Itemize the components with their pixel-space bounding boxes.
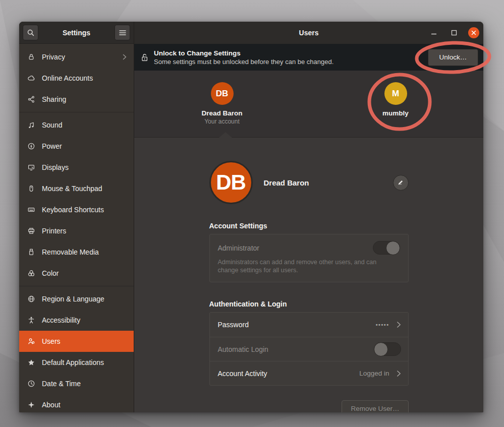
sidebar-item-label: Accessibility [42, 316, 127, 324]
mouse-icon [27, 185, 35, 193]
sidebar-item-accessibility[interactable]: Accessibility [19, 310, 134, 331]
sidebar-item-label: Users [42, 337, 127, 345]
lock-icon [27, 53, 35, 61]
sidebar-item-label: Color [42, 269, 127, 277]
sidebar-item-label: Keyboard Shortcuts [42, 206, 127, 214]
sidebar-item-label: About [42, 401, 127, 409]
sidebar-item-label: Sound [42, 121, 127, 129]
account-settings-heading: Account Settings [209, 222, 409, 230]
sidebar-item-power[interactable]: Power [19, 136, 134, 157]
sidebar-header: Settings [19, 22, 134, 44]
account-activity-label: Account Activity [218, 370, 267, 378]
avatar-dread-baron: DB [211, 82, 234, 105]
account-activity-value: Logged in [359, 370, 389, 377]
edit-name-button[interactable] [393, 175, 409, 191]
sidebar-title: Settings [38, 29, 115, 37]
sidebar-item-color[interactable]: Color [19, 263, 134, 284]
toggle-knob [374, 342, 388, 356]
administrator-description: Administrators can add and remove other … [218, 259, 384, 274]
banner-subtitle: Some settings must be unlocked before th… [154, 58, 428, 66]
sidebar-item-label: Default Applications [42, 358, 127, 367]
close-icon [471, 30, 476, 35]
user-name: mumbly [363, 109, 428, 117]
password-dots: ••••• [376, 322, 389, 328]
automatic-login-label: Automatic Login [218, 345, 268, 353]
user-cell-dread-baron[interactable]: DB Dread Baron Your account [189, 71, 255, 137]
users-icon [27, 337, 35, 345]
auth-login-card: Password ••••• Automatic Login Acc [209, 312, 409, 386]
titlebar: Users [134, 22, 483, 44]
window-controls [428, 22, 479, 44]
music-note-icon [27, 121, 35, 129]
sidebar-item-default-applications[interactable]: Default Applications [19, 352, 134, 373]
sidebar-item-label: Power [42, 142, 127, 150]
keyboard-icon [27, 206, 35, 214]
account-activity-row[interactable]: Account Activity Logged in [210, 361, 408, 385]
unlock-banner: Unlock to Change Settings Some settings … [134, 44, 483, 71]
sidebar-item-mouse-touchpad[interactable]: Mouse & Touchpad [19, 178, 134, 199]
profile-avatar[interactable]: DB [209, 161, 253, 204]
display-icon [27, 163, 35, 171]
automatic-login-row: Automatic Login [210, 337, 408, 361]
chevron-right-icon [397, 321, 401, 328]
user-selector-strip: DB Dread Baron Your account M mumbly [134, 71, 483, 138]
sidebar-item-privacy[interactable]: Privacy [19, 46, 134, 68]
sidebar-item-removable-media[interactable]: Removable Media [19, 241, 134, 263]
user-detail-panel: DB Dread Baron Account Settings Administ… [134, 138, 483, 412]
toggle-knob [386, 241, 400, 255]
banner-text: Unlock to Change Settings Some settings … [154, 49, 428, 66]
selected-user-caret [219, 132, 232, 138]
sidebar-item-displays[interactable]: Displays [19, 157, 134, 178]
maximize-button[interactable] [448, 27, 460, 39]
administrator-label: Administrator [218, 244, 259, 252]
sidebar-item-region-language[interactable]: Region & Language [19, 288, 134, 310]
administrator-toggle[interactable] [373, 241, 400, 255]
page-title: Users [299, 29, 319, 37]
minimize-button[interactable] [428, 27, 440, 39]
pencil-icon [397, 179, 404, 186]
profile-name: Dread Baron [264, 178, 309, 187]
sidebar-item-label: Date & Time [42, 380, 127, 388]
search-button[interactable] [23, 25, 38, 40]
profile-row: DB Dread Baron [209, 161, 409, 204]
sidebar-item-label: Sharing [42, 95, 127, 103]
avatar-mumbly: M [384, 82, 407, 105]
sparkle-icon [27, 401, 35, 409]
sidebar-list: Privacy Online Accounts Sharing Sound Po… [19, 44, 134, 412]
sidebar-item-sound[interactable]: Sound [19, 114, 134, 136]
auth-login-heading: Authentication & Login [209, 300, 409, 308]
maximize-icon [451, 30, 457, 36]
user-subtitle: Your account [189, 118, 255, 125]
cloud-icon [27, 74, 35, 82]
star-icon [27, 358, 35, 367]
hamburger-icon [119, 30, 126, 36]
chevron-right-icon [397, 370, 401, 377]
sidebar-item-printers[interactable]: Printers [19, 220, 134, 241]
account-settings-card: Administrator Administrators can add and… [209, 234, 409, 282]
sidebar-item-keyboard-shortcuts[interactable]: Keyboard Shortcuts [19, 199, 134, 220]
automatic-login-toggle[interactable] [374, 342, 401, 356]
minimize-icon [431, 30, 437, 36]
sidebar-item-about[interactable]: About [19, 394, 134, 412]
flash-drive-icon [27, 248, 35, 256]
unlock-button[interactable]: Unlock… [428, 49, 478, 66]
globe-icon [27, 295, 35, 303]
sidebar-item-label: Removable Media [42, 248, 127, 256]
banner-title: Unlock to Change Settings [154, 49, 428, 57]
menu-button[interactable] [115, 25, 130, 40]
printer-icon [27, 227, 35, 235]
chevron-right-icon [123, 54, 127, 60]
sidebar-item-label: Mouse & Touchpad [42, 185, 127, 193]
sidebar-item-label: Printers [42, 227, 127, 235]
main-pane: Users Unlock to Change Settings Some set… [134, 22, 483, 412]
sidebar-item-date-time[interactable]: Date & Time [19, 373, 134, 394]
sidebar-item-label: Online Accounts [42, 74, 127, 82]
sidebar-item-online-accounts[interactable]: Online Accounts [19, 68, 134, 89]
share-icon [27, 95, 35, 103]
sidebar-item-sharing[interactable]: Sharing [19, 89, 134, 110]
user-cell-mumbly[interactable]: M mumbly [363, 71, 428, 137]
remove-user-button[interactable]: Remove User… [342, 400, 408, 412]
password-row[interactable]: Password ••••• [210, 313, 408, 337]
sidebar-item-users[interactable]: Users [19, 331, 134, 352]
close-button[interactable] [468, 27, 479, 38]
